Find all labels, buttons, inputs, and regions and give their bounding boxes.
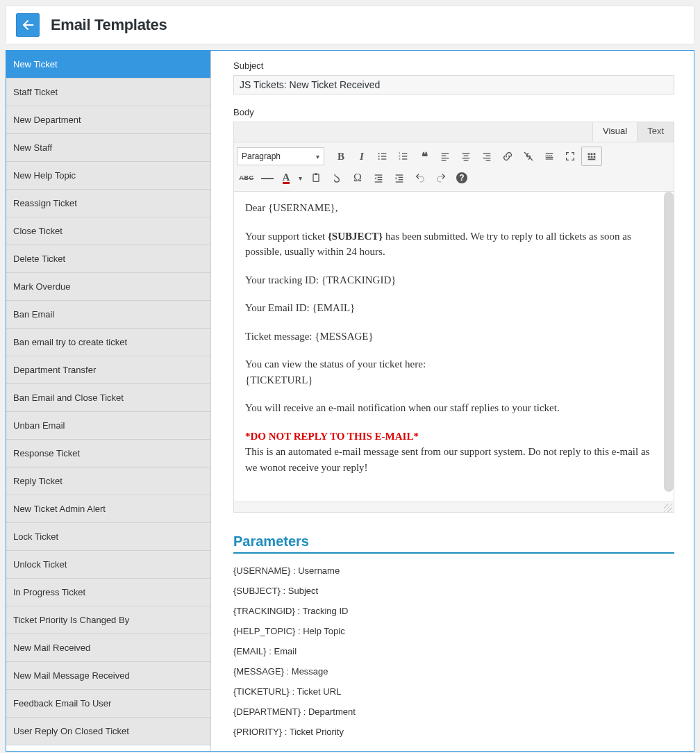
paste-text-button[interactable] [306, 169, 326, 187]
text-color-button[interactable]: A [278, 169, 294, 187]
align-left-button[interactable] [435, 147, 455, 165]
outdent-icon [373, 172, 384, 183]
link-button[interactable] [498, 147, 517, 165]
svg-point-5 [378, 158, 380, 160]
parameter-row: {HELP_TOPIC} : Help Topic [233, 621, 674, 641]
sidebar-item[interactable]: New Ticket [6, 51, 210, 78]
fullscreen-button[interactable] [560, 147, 580, 165]
blockquote-button[interactable]: ❝ [415, 147, 434, 165]
indent-button[interactable] [390, 169, 409, 187]
sidebar-item[interactable]: User Reply On Closed Ticket [6, 718, 210, 745]
clear-formatting-button[interactable] [327, 169, 347, 187]
sidebar-item[interactable]: Close Ticket [6, 217, 210, 245]
svg-point-1 [378, 153, 380, 154]
body-label: Body [233, 107, 674, 117]
sidebar-item[interactable]: Reassign Ticket [6, 190, 210, 217]
parameter-row: {MESSAGE} : Message [233, 661, 674, 681]
horizontal-rule-icon: — [261, 171, 274, 185]
align-center-icon [460, 151, 472, 162]
redo-button[interactable] [431, 169, 451, 187]
sidebar-item[interactable]: Mark Overdue [6, 273, 210, 301]
align-right-icon [481, 151, 492, 162]
text-color-dropdown[interactable]: ▾ [295, 174, 305, 182]
bullet-list-icon [377, 151, 388, 162]
numbered-list-button[interactable]: 123 [394, 147, 413, 165]
svg-rect-35 [594, 156, 596, 158]
parameter-row: {PRIORITY} : Ticket Priority [233, 722, 674, 742]
tab-text[interactable]: Text [637, 122, 674, 142]
format-select-value: Paragraph [242, 151, 281, 161]
strikethrough-button[interactable]: ABC [237, 169, 256, 187]
body-line: Ticket message: {MESSAGE} [245, 329, 662, 345]
sidebar-item[interactable]: New Staff [6, 134, 210, 162]
toolbar-toggle-icon [586, 151, 597, 162]
undo-button[interactable] [410, 169, 430, 187]
italic-button[interactable]: I [352, 147, 372, 165]
sidebar-item[interactable]: Ticket Priority Is Changed By [6, 606, 210, 634]
editor-body[interactable]: Dear {USERNAME}, Your support ticket {SU… [233, 192, 674, 502]
sidebar-item[interactable]: Staff Ticket [6, 78, 210, 106]
sidebar-item[interactable]: Response Ticket [6, 440, 210, 467]
outdent-button[interactable] [369, 169, 388, 187]
svg-rect-33 [588, 156, 590, 158]
parameter-row: {SUBJECT} : Subject [233, 581, 674, 601]
sidebar-item[interactable]: Ban email try to create ticket [6, 329, 210, 356]
editor-resize-handle[interactable] [233, 502, 674, 513]
svg-rect-38 [315, 173, 317, 175]
read-more-icon [544, 151, 555, 162]
tab-visual[interactable]: Visual [592, 122, 637, 142]
back-button[interactable] [16, 13, 40, 37]
sidebar-item[interactable]: Ban Email [6, 301, 210, 329]
sidebar-item[interactable]: Unban Email [6, 412, 210, 440]
editor-tabs: Visual Text [233, 122, 674, 142]
back-arrow-icon [22, 19, 34, 31]
template-editor-panel: Subject Body Visual Text Paragraph B I 1… [211, 51, 694, 751]
align-right-button[interactable] [477, 147, 497, 165]
subject-label: Subject [233, 60, 674, 71]
read-more-button[interactable] [540, 147, 559, 165]
special-character-button[interactable]: Ω [348, 169, 367, 187]
align-left-icon [440, 151, 451, 162]
sidebar-item[interactable]: New Ticket Admin Alert [6, 495, 210, 523]
bold-button[interactable]: B [331, 147, 351, 165]
parameter-row: {USERNAME} : Username [233, 561, 674, 581]
sidebar-item[interactable]: Ban Email and Close Ticket [6, 384, 210, 412]
body-line: You will receive an e-mail notification … [245, 400, 662, 416]
undo-icon [415, 172, 426, 183]
svg-point-3 [378, 156, 380, 157]
sidebar-item[interactable]: New Mail Message Received [6, 662, 210, 690]
svg-rect-32 [594, 153, 596, 155]
body-line: Your Email ID: {EMAIL} [245, 300, 662, 316]
svg-text:3: 3 [399, 157, 401, 160]
template-sidebar: New TicketStaff TicketNew DepartmentNew … [6, 51, 211, 751]
sidebar-item[interactable]: Reply Ticket [6, 467, 210, 495]
sidebar-item[interactable]: Unlock Ticket [6, 551, 210, 579]
bullet-list-button[interactable] [373, 147, 392, 165]
align-center-button[interactable] [456, 147, 476, 165]
body-line: *DO NOT REPLY TO THIS E-MAIL* This is an… [245, 429, 662, 476]
parameters-title: Parameters [233, 533, 674, 549]
svg-rect-31 [591, 153, 593, 155]
unlink-icon [523, 151, 534, 162]
page-title: Email Templates [51, 16, 167, 34]
editor-scrollbar[interactable] [664, 192, 674, 492]
sidebar-item[interactable]: Feedback Email To User [6, 690, 210, 718]
sidebar-item[interactable]: Lock Ticket [6, 523, 210, 551]
unlink-button[interactable] [519, 147, 538, 165]
sidebar-item[interactable]: New Department [6, 106, 210, 134]
horizontal-rule-button[interactable]: — [258, 169, 277, 187]
subject-input[interactable] [233, 75, 674, 94]
link-icon [502, 151, 513, 162]
body-line: You can view the status of your ticket h… [245, 356, 662, 388]
svg-rect-36 [588, 158, 596, 160]
help-button[interactable]: ? [452, 169, 472, 187]
paste-text-icon [310, 172, 322, 183]
sidebar-item[interactable]: Delete Ticket [6, 245, 210, 273]
format-select[interactable]: Paragraph [237, 147, 324, 165]
sidebar-item[interactable]: In Progress Ticket [6, 579, 210, 606]
redo-icon [435, 172, 447, 183]
toolbar-toggle-button[interactable] [581, 147, 602, 166]
sidebar-item[interactable]: New Help Topic [6, 162, 210, 190]
sidebar-item[interactable]: Department Transfer [6, 356, 210, 384]
sidebar-item[interactable]: New Mail Received [6, 634, 210, 662]
